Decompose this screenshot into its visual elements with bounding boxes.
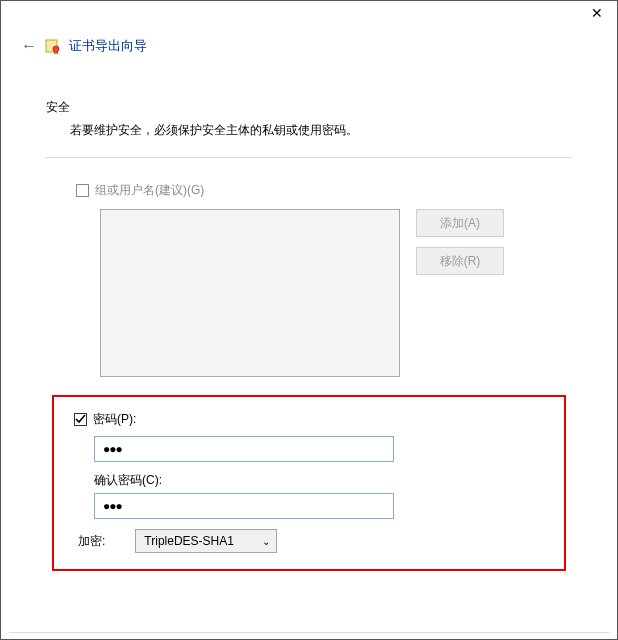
wizard-window: ✕ ← 证书导出向导 安全 若要维护安全，必须保护安全主体的私钥或使用密码。 组…: [0, 0, 618, 640]
password-checkbox[interactable]: [74, 413, 87, 426]
encryption-selected-value: TripleDES-SHA1: [144, 534, 234, 548]
group-buttons: 添加(A) 移除(R): [416, 209, 504, 275]
divider: [46, 157, 572, 158]
group-list-row: 添加(A) 移除(R): [46, 209, 572, 377]
certificate-icon: [45, 38, 61, 54]
group-checkbox[interactable]: [76, 184, 89, 197]
chevron-down-icon: ⌄: [262, 536, 270, 547]
password-highlight-box: 密码(P): ●●● 确认密码(C): ●●● 加密: TripleDES-SH…: [52, 395, 566, 571]
group-checkbox-label: 组或用户名(建议)(G): [95, 182, 204, 199]
close-button[interactable]: ✕: [585, 5, 609, 21]
section-description: 若要维护安全，必须保护安全主体的私钥或使用密码。: [46, 122, 572, 139]
password-input[interactable]: ●●●: [94, 436, 394, 462]
wizard-title: 证书导出向导: [69, 37, 147, 55]
password-checkbox-row: 密码(P):: [74, 411, 550, 428]
remove-button: 移除(R): [416, 247, 504, 275]
add-button: 添加(A): [416, 209, 504, 237]
encryption-label: 加密:: [78, 533, 105, 550]
bottom-divider: [9, 632, 609, 633]
encryption-select[interactable]: TripleDES-SHA1 ⌄: [135, 529, 277, 553]
titlebar: ✕: [1, 1, 617, 25]
encryption-row: 加密: TripleDES-SHA1 ⌄: [74, 529, 550, 553]
group-checkbox-row: 组或用户名(建议)(G): [46, 182, 572, 199]
password-section: 密码(P): ●●● 确认密码(C): ●●● 加密: TripleDES-SH…: [68, 411, 550, 553]
section-title: 安全: [46, 99, 572, 116]
password-checkbox-label: 密码(P):: [93, 411, 136, 428]
confirm-password-label: 确认密码(C):: [94, 472, 550, 489]
content-area: 安全 若要维护安全，必须保护安全主体的私钥或使用密码。 组或用户名(建议)(G)…: [1, 59, 617, 581]
group-listbox: [100, 209, 400, 377]
back-arrow-icon[interactable]: ←: [21, 37, 37, 55]
confirm-password-input[interactable]: ●●●: [94, 493, 394, 519]
wizard-header: ← 证书导出向导: [1, 25, 617, 59]
